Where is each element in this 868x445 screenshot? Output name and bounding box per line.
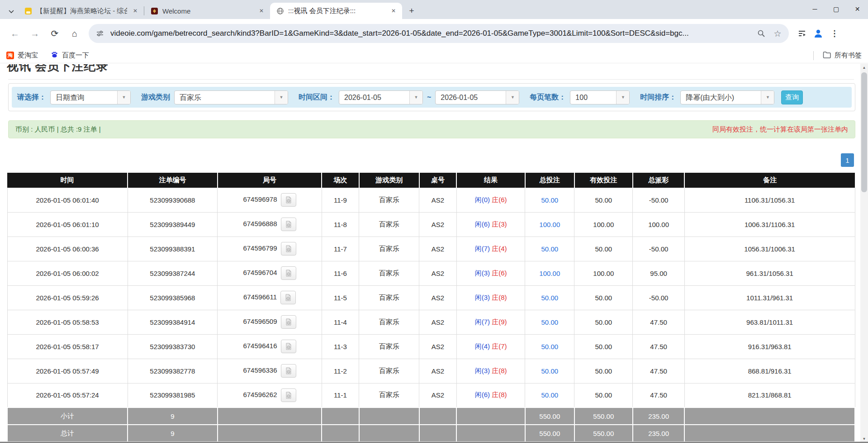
col-session: 场次 (322, 173, 359, 188)
total-label: 总计 (7, 425, 128, 442)
round-number: 674596704 (243, 269, 277, 276)
cell-payout: 95.00 (633, 261, 684, 285)
cell-bet-id: 523099385968 (128, 285, 218, 310)
tab-close-icon[interactable]: ✕ (257, 7, 266, 15)
cell-game: 百家乐 (359, 188, 419, 212)
cell-time: 2026-01-05 06:00:02 (7, 261, 128, 285)
result-player: 闲(3) (475, 294, 490, 301)
cell-bet-id: 523099383730 (128, 334, 218, 359)
video-replay-button[interactable] (281, 315, 296, 329)
cell-total-bet: 100.00 (525, 212, 574, 237)
profile-icon[interactable] (812, 28, 824, 39)
table-row: 2026-01-05 06:00:36 523099388391 6745967… (7, 237, 855, 261)
close-window-button[interactable]: ✕ (847, 0, 868, 18)
cell-payout: 47.50 (633, 359, 684, 383)
total-bet-link[interactable]: 50.00 (541, 318, 559, 326)
cell-round: 674596704 (218, 261, 322, 285)
col-bet-id: 注单编号 (128, 173, 218, 188)
cell-table-no: AS2 (419, 261, 456, 285)
cell-game: 百家乐 (359, 334, 419, 359)
tab-bet-records[interactable]: :::视讯 会员下注纪录::: ✕ (270, 3, 402, 19)
cell-round: 674596336 (218, 359, 322, 383)
video-replay-button[interactable] (281, 193, 296, 207)
tab-close-icon[interactable]: ✕ (389, 7, 398, 15)
home-icon[interactable]: ⌂ (66, 25, 83, 42)
page-size-dropdown[interactable]: 100 ▼ (570, 90, 630, 104)
total-valid-bet: 550.00 (574, 425, 633, 442)
result-banker: 庄(9) (492, 318, 507, 326)
all-bookmarks[interactable]: 所有书签 (813, 51, 862, 60)
total-bet-link[interactable]: 100.00 (539, 221, 560, 228)
select-type-value: 日期查询 (51, 91, 117, 104)
cell-time: 2026-01-05 05:59:26 (7, 285, 128, 310)
video-replay-button[interactable] (281, 242, 296, 256)
table-header: 时间 注单编号 局号 场次 游戏类别 桌号 结果 总投注 有效投注 总派彩 备注 (7, 173, 855, 188)
cell-round: 674596416 (218, 334, 322, 359)
tab-close-icon[interactable]: ✕ (131, 7, 139, 15)
video-replay-button[interactable] (281, 364, 296, 378)
total-bet-link[interactable]: 50.00 (541, 245, 559, 253)
menu-dots-icon[interactable]: ⋮ (829, 28, 840, 39)
video-replay-button[interactable] (281, 218, 296, 231)
subtotal-count: 9 (128, 407, 218, 425)
table-row: 2026-01-05 06:01:10 523099389449 6745968… (7, 212, 855, 237)
tab-welcome[interactable]: Welcome ✕ (144, 3, 270, 19)
page-scrollbar[interactable]: ▲ ▼ (860, 64, 868, 443)
zoom-icon[interactable] (755, 28, 767, 39)
total-bet-link[interactable]: 50.00 (541, 391, 559, 399)
page-title: 视讯 会员下注纪录 (7, 64, 855, 74)
cell-total-bet: 50.00 (525, 188, 574, 212)
address-bar[interactable]: videoie.com/game/betrecord_search/kind3?… (89, 24, 789, 43)
video-replay-button[interactable] (281, 340, 296, 353)
video-replay-button[interactable] (281, 388, 296, 402)
total-bet-link[interactable]: 50.00 (541, 367, 559, 375)
bookmark-taobao[interactable]: 淘 爱淘宝 (6, 51, 38, 60)
url-text[interactable]: videoie.com/game/betrecord_search/kind3?… (110, 29, 751, 38)
result-player: 闲(3) (475, 269, 490, 277)
scrollbar-thumb[interactable] (861, 72, 867, 192)
scroll-up-icon[interactable]: ▲ (860, 64, 868, 71)
cell-time: 2026-01-05 06:01:10 (7, 212, 128, 237)
date-end-dropdown[interactable]: 2026-01-05 ▼ (435, 90, 519, 104)
media-controls-icon[interactable] (796, 28, 808, 39)
cell-table-no: AS2 (419, 237, 456, 261)
game-type-value: 百家乐 (175, 91, 275, 104)
cell-game: 百家乐 (359, 359, 419, 383)
cell-total-bet: 50.00 (525, 359, 574, 383)
bottom-edge-line (0, 442, 868, 443)
tab-forum[interactable]: 【新提醒】海燕策略论坛 - 综合 ✕ (18, 3, 144, 19)
cell-remark: 1056.31/1006.31 (684, 237, 855, 261)
total-bet-link[interactable]: 50.00 (541, 196, 559, 204)
video-replay-button[interactable] (280, 291, 296, 304)
cell-result: 闲(6) 庄(3) (456, 212, 525, 237)
date-range-label: 时间区间： (299, 93, 335, 102)
total-bet-link[interactable]: 50.00 (541, 343, 559, 350)
new-tab-button[interactable]: + (405, 4, 418, 18)
total-bet-link[interactable]: 50.00 (541, 294, 559, 302)
search-button[interactable]: 查询 (781, 90, 803, 104)
video-replay-button[interactable] (281, 266, 296, 280)
back-icon[interactable]: ← (6, 25, 24, 42)
cell-table-no: AS2 (419, 383, 456, 407)
minimize-button[interactable]: ─ (804, 0, 825, 18)
round-number: 674596978 (243, 195, 277, 203)
total-bet-link[interactable]: 100.00 (539, 270, 560, 277)
page-button-1[interactable]: 1 (841, 153, 854, 167)
game-type-dropdown[interactable]: 百家乐 ▼ (174, 90, 288, 104)
cell-remark: 1106.31/1056.31 (684, 188, 855, 212)
bookmark-baidu[interactable]: 百度一下 (51, 51, 89, 60)
cell-valid-bet: 100.00 (574, 212, 633, 237)
bookmark-star-icon[interactable]: ☆ (772, 28, 783, 39)
maximize-button[interactable]: ▢ (825, 0, 847, 18)
cell-result: 闲(7) 庄(9) (456, 310, 525, 334)
tab-title: 【新提醒】海燕策略论坛 - 综合 (36, 7, 127, 15)
select-type-dropdown[interactable]: 日期查询 ▼ (50, 90, 131, 104)
date-start-dropdown[interactable]: 2026-01-05 ▼ (339, 90, 423, 104)
sort-dropdown[interactable]: 降幂(由大到小) ▼ (680, 90, 774, 104)
reload-icon[interactable]: ⟳ (46, 25, 63, 42)
currency-total-text: 币别 : 人民币 | 总共 :9 注单 | (15, 125, 101, 134)
site-settings-icon[interactable] (94, 28, 106, 39)
cell-payout: -50.00 (633, 188, 684, 212)
tab-search-button[interactable] (5, 4, 18, 19)
forward-icon[interactable]: → (26, 25, 43, 42)
